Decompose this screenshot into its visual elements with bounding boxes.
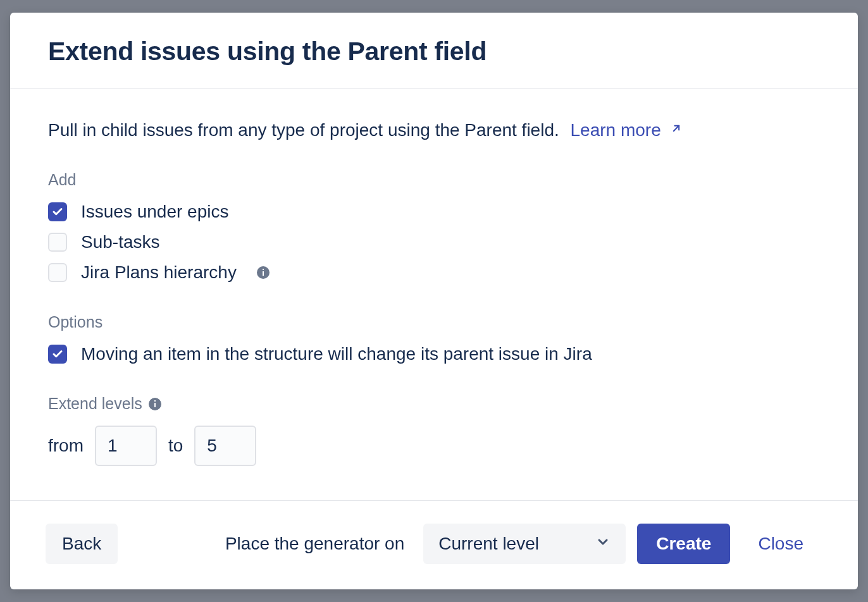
extend-levels-label: Extend levels (48, 395, 142, 413)
from-label: from (48, 436, 84, 456)
dialog-header: Extend issues using the Parent field (10, 13, 858, 89)
place-generator-select[interactable]: Current level (423, 524, 626, 564)
dialog-body: Pull in child issues from any type of pr… (10, 89, 858, 500)
levels-row: from to (48, 426, 820, 466)
place-generator-label: Place the generator on (225, 534, 404, 554)
checkbox-row-issues-under-epics: Issues under epics (48, 202, 820, 222)
dialog-footer: Back Place the generator on Current leve… (10, 500, 858, 589)
checkbox-moving-item[interactable] (48, 345, 67, 364)
checkbox-label-jira-plans: Jira Plans hierarchy (81, 262, 237, 283)
extend-levels-label-row: Extend levels (48, 395, 820, 413)
info-icon[interactable] (147, 396, 163, 412)
svg-rect-6 (154, 400, 156, 402)
learn-more-label: Learn more (571, 120, 661, 140)
svg-rect-2 (263, 271, 264, 276)
checkbox-issues-under-epics[interactable] (48, 202, 67, 221)
options-section-label: Options (48, 313, 820, 331)
svg-rect-5 (154, 403, 156, 407)
checkbox-sub-tasks[interactable] (48, 233, 67, 252)
svg-rect-3 (263, 269, 264, 270)
checkbox-label-sub-tasks: Sub-tasks (81, 232, 160, 252)
chevron-down-icon (595, 534, 611, 554)
back-button[interactable]: Back (46, 524, 118, 564)
external-link-icon (670, 119, 683, 139)
info-icon[interactable] (256, 265, 271, 280)
dialog-description: Pull in child issues from any type of pr… (48, 119, 820, 140)
checkbox-jira-plans[interactable] (48, 263, 67, 282)
checkbox-row-moving-item: Moving an item in the structure will cha… (48, 344, 820, 364)
select-value: Current level (438, 534, 539, 554)
add-section: Add Issues under epics Sub-tasks Jira Pl… (48, 171, 820, 283)
dialog-title: Extend issues using the Parent field (48, 37, 820, 66)
svg-line-0 (673, 126, 678, 131)
extend-levels-section: Extend levels from to (48, 395, 820, 466)
to-input[interactable] (194, 426, 256, 466)
checkbox-row-jira-plans: Jira Plans hierarchy (48, 262, 820, 283)
options-section: Options Moving an item in the structure … (48, 313, 820, 364)
dialog-extend-issues: Extend issues using the Parent field Pul… (10, 13, 858, 589)
close-button[interactable]: Close (741, 524, 820, 564)
checkbox-label-moving-item: Moving an item in the structure will cha… (81, 344, 592, 364)
add-section-label: Add (48, 171, 820, 189)
checkbox-row-sub-tasks: Sub-tasks (48, 232, 820, 252)
to-label: to (168, 436, 183, 456)
create-button[interactable]: Create (637, 524, 730, 564)
learn-more-link[interactable]: Learn more (571, 120, 683, 140)
description-text: Pull in child issues from any type of pr… (48, 120, 559, 140)
checkbox-label-issues-under-epics: Issues under epics (81, 202, 228, 222)
from-input[interactable] (95, 426, 157, 466)
